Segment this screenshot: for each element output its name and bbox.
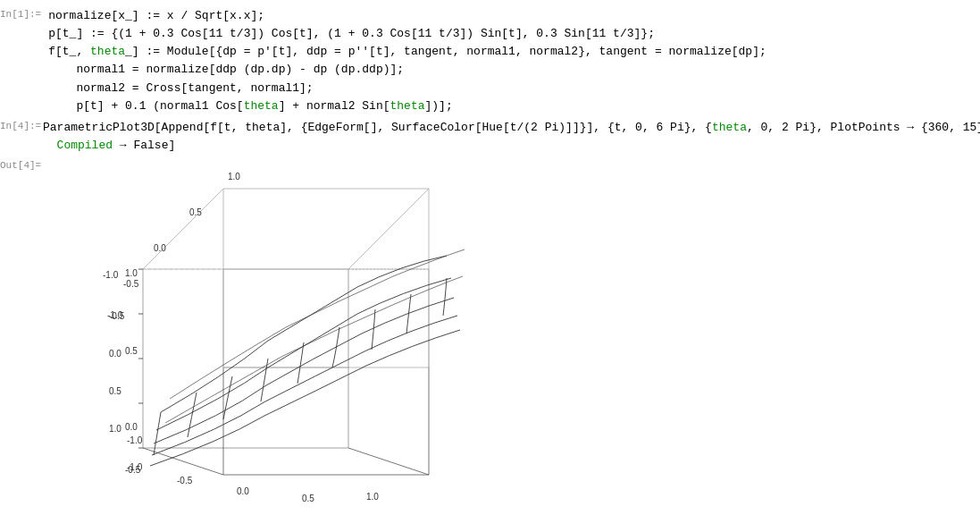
code-line-2: p[t_] := {(1 + 0.3 Cos[11 t/3]) Cos[t], … bbox=[48, 25, 980, 43]
code-line-7: ParametricPlot3D[Append[f[t, theta], {Ed… bbox=[43, 119, 980, 137]
cell-content-in1: normalize[x_] := x / Sqrt[x.x]; p[t_] :=… bbox=[45, 7, 980, 115]
svg-text:-0.5: -0.5 bbox=[123, 279, 139, 289]
svg-text:-0.5: -0.5 bbox=[177, 476, 193, 486]
cell-label-in1: In[1]:= bbox=[0, 7, 45, 20]
svg-line-10 bbox=[143, 448, 223, 475]
code-line-5: normal2 = Cross[tangent, normal1]; bbox=[48, 80, 980, 97]
notebook: In[1]:= normalize[x_] := x / Sqrt[x.x]; … bbox=[0, 0, 980, 512]
cell-in4: In[4]:= ParametricPlot3D[Append[f[t, the… bbox=[0, 119, 980, 155]
cell-content-in4: ParametricPlot3D[Append[f[t, theta], {Ed… bbox=[39, 119, 980, 155]
plot-area: 1.0 0.5 0.0 -0.5 1.0 0.5 0.0 -0.5 -1.0 -… bbox=[89, 162, 590, 502]
svg-text:0.0: 0.0 bbox=[109, 349, 121, 359]
theta-param-4: theta bbox=[712, 121, 747, 134]
code-line-4: normal1 = normalize[ddp (dp.dp) - dp (dp… bbox=[48, 61, 980, 79]
svg-text:0.5: 0.5 bbox=[125, 346, 138, 356]
svg-text:0.5: 0.5 bbox=[109, 386, 121, 396]
theta-param-3: theta bbox=[390, 99, 425, 113]
svg-text:1.0: 1.0 bbox=[109, 424, 121, 434]
code-line-1: normalize[x_] := x / Sqrt[x.x]; bbox=[48, 7, 980, 25]
compiled-label: Compiled bbox=[57, 139, 113, 152]
svg-text:-0.5: -0.5 bbox=[109, 311, 125, 321]
svg-text:0.0: 0.0 bbox=[154, 243, 166, 253]
svg-line-2 bbox=[348, 189, 429, 269]
svg-text:0.0: 0.0 bbox=[237, 486, 249, 496]
svg-line-1 bbox=[143, 189, 223, 269]
theta-param-2: theta bbox=[244, 99, 279, 113]
cell-output-content: 1.0 0.5 0.0 -0.5 1.0 0.5 0.0 -0.5 -1.0 -… bbox=[41, 158, 980, 502]
svg-text:-1.0: -1.0 bbox=[103, 270, 119, 280]
theta-param-1: theta bbox=[90, 45, 125, 58]
code-line-6: p[t] + 0.1 (normal1 Cos[theta] + normal2… bbox=[48, 97, 980, 115]
svg-text:1.0: 1.0 bbox=[228, 172, 240, 182]
output-label-out4: Out[4]= bbox=[0, 158, 41, 171]
cell-out4: Out[4]= bbox=[0, 158, 980, 502]
svg-text:1.0: 1.0 bbox=[125, 268, 138, 278]
svg-text:0.0: 0.0 bbox=[125, 422, 138, 432]
cell-in1: In[1]:= normalize[x_] := x / Sqrt[x.x]; … bbox=[0, 7, 980, 115]
svg-text:-1.0: -1.0 bbox=[127, 435, 143, 445]
svg-text:0.5: 0.5 bbox=[189, 207, 202, 217]
svg-text:1.0: 1.0 bbox=[366, 492, 379, 502]
svg-line-11 bbox=[348, 448, 429, 475]
cell-label-in4: In[4]:= bbox=[0, 119, 39, 131]
plot-svg: 1.0 0.5 0.0 -0.5 1.0 0.5 0.0 -0.5 -1.0 -… bbox=[89, 162, 590, 502]
svg-text:-1.0: -1.0 bbox=[127, 462, 143, 472]
code-line-3: f[t_, theta_] := Module[{dp = p'[t], ddp… bbox=[48, 43, 980, 61]
code-line-8: Compiled → False] bbox=[43, 137, 980, 155]
svg-text:0.5: 0.5 bbox=[302, 494, 314, 502]
